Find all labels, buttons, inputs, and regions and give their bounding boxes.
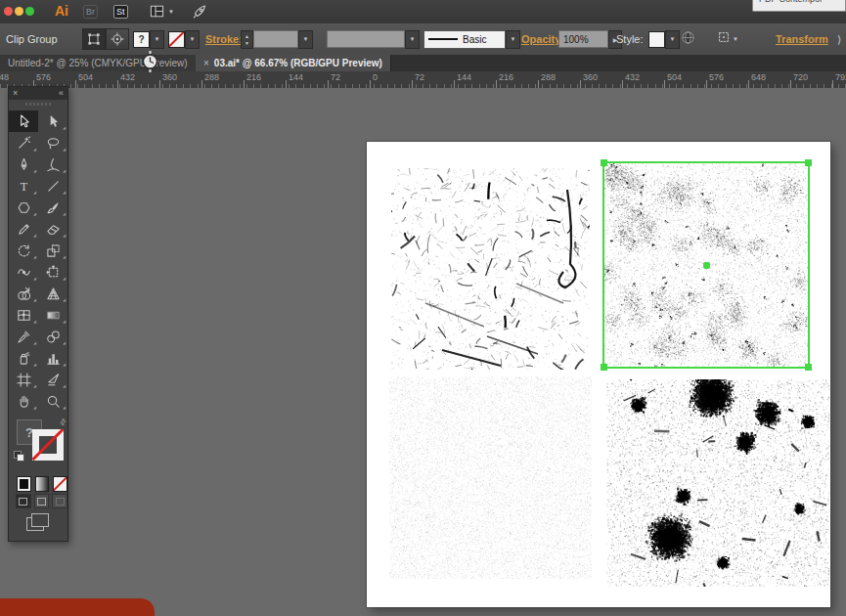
tool-mesh[interactable]: ◢ — [9, 304, 38, 326]
tool-symbol-sprayer[interactable]: ◢ — [9, 347, 38, 369]
transform-panel-link[interactable]: Transform — [776, 33, 828, 45]
bridge-button[interactable]: Br — [83, 5, 98, 19]
variable-width-profile-dropdown-arrow[interactable]: ▼ — [405, 30, 420, 49]
close-window-button[interactable] — [4, 7, 13, 16]
draw-normal-button[interactable] — [16, 494, 31, 508]
tool-free-transform[interactable]: ◢ — [38, 261, 67, 283]
variable-width-profile-field[interactable] — [327, 30, 405, 48]
tool-blend[interactable]: ◢ — [38, 326, 67, 347]
ruler-label: 360 — [162, 72, 177, 82]
stroke-weight-dropdown-arrow[interactable]: ▼ — [298, 30, 313, 49]
panel-options-cropped-icon[interactable]: ⟩ — [837, 33, 841, 46]
texture-ink-scratches[interactable] — [391, 168, 590, 370]
gradient-button[interactable] — [35, 476, 50, 492]
brush-definition-dropdown[interactable]: Basic — [423, 30, 506, 49]
edit-clipping-path-button[interactable] — [82, 28, 106, 50]
tool-scale[interactable]: ◢ — [38, 240, 67, 261]
tool-hand[interactable]: ◢ — [9, 390, 38, 412]
illustrator-window: Ai Br St ▼ PDF Contempor Clip Group ? ▼ … — [0, 0, 846, 616]
fill-color-dropdown-arrow[interactable]: ▼ — [150, 30, 164, 49]
stroke-color-swatch[interactable] — [168, 31, 185, 48]
workspace-switcher-label: PDF Contempor — [753, 0, 845, 4]
tool-grid: ◢◢◢◢◢T◢◢◢◢◢◢◢◢◢◢◢◢◢◢◢◢◢◢◢◢◢◢ — [9, 110, 67, 412]
opacity-input[interactable]: 100% — [558, 30, 608, 48]
ruler-label: 576 — [709, 72, 724, 82]
texture-soft-grain[interactable] — [389, 376, 592, 579]
tab-03-ai[interactable]: × 03.ai* @ 66.67% (RGB/GPU Preview) — [196, 55, 391, 71]
tab-title: 03.ai* @ 66.67% (RGB/GPU Preview) — [214, 58, 382, 68]
menu-bar: Ai Br St ▼ PDF Contempor — [0, 0, 846, 24]
tool-magic-wand[interactable]: ◢ — [9, 132, 38, 154]
minimize-window-button[interactable] — [15, 7, 23, 16]
fill-color-swatch[interactable]: ? — [133, 31, 150, 48]
tool-zoom[interactable]: ◢ — [38, 390, 67, 412]
edit-contents-button[interactable] — [106, 28, 129, 50]
collapse-panel-icon[interactable]: « — [59, 89, 64, 98]
tool-selection[interactable] — [9, 110, 38, 132]
tool-shape-builder[interactable]: ◢ — [9, 283, 38, 304]
ruler-label: 648 — [751, 72, 766, 82]
tool-slice[interactable]: ◢ — [38, 369, 67, 390]
close-tab-icon[interactable]: × — [203, 58, 209, 68]
close-panel-icon[interactable]: × — [13, 89, 18, 98]
stock-button[interactable]: St — [113, 5, 128, 19]
tool-curvature[interactable]: ◢ — [38, 154, 67, 175]
graphic-style-swatch[interactable] — [648, 31, 665, 48]
texture-heavy-splatter[interactable] — [606, 379, 829, 587]
tool-pen[interactable]: ◢ — [9, 154, 38, 175]
none-button[interactable] — [53, 476, 67, 492]
tool-type[interactable]: T◢ — [9, 175, 38, 197]
panel-drag-grip[interactable] — [25, 103, 51, 106]
artboard[interactable] — [367, 142, 830, 607]
tool-column-graph[interactable]: ◢ — [38, 347, 67, 369]
horizontal-ruler[interactable]: 6485765044323602882161447207214421628836… — [0, 71, 846, 89]
tool-shaper[interactable]: ◢ — [9, 218, 38, 240]
control-bar: Clip Group ? ▼ ▼ Stroke: ▲▼ ▼ ▼ Basic — [0, 23, 846, 56]
tool-eyedropper[interactable]: ◢ — [9, 326, 38, 347]
default-fill-stroke-icon[interactable] — [14, 451, 23, 461]
gpu-performance-rocket-icon[interactable] — [192, 4, 207, 23]
workspace-switcher-cropped[interactable]: PDF Contempor — [752, 0, 846, 12]
zoom-window-button[interactable] — [25, 7, 34, 16]
tab-untitled-2[interactable]: Untitled-2* @ 25% (CMYK/GPU Preview) — [0, 55, 197, 71]
tool-eraser[interactable]: ◢ — [38, 218, 67, 240]
texture-fine-speckle[interactable] — [604, 163, 808, 367]
document-canvas[interactable] — [0, 88, 846, 616]
draw-inside-button[interactable] — [52, 494, 67, 508]
ruler-label: 144 — [457, 72, 471, 82]
tool-artboard[interactable]: ◢ — [9, 369, 38, 390]
arrange-documents-icon[interactable] — [150, 4, 164, 22]
ruler-label: 432 — [120, 72, 135, 82]
stroke-weight-field[interactable] — [253, 30, 298, 48]
stroke-color-dropdown-arrow[interactable]: ▼ — [185, 30, 200, 49]
fill-stroke-indicator: ? ⇄ — [9, 418, 67, 476]
document-setup-globe-icon[interactable] — [681, 30, 695, 49]
draw-behind-button[interactable] — [34, 494, 50, 508]
change-screen-mode-button[interactable] — [26, 513, 50, 533]
tool-gradient[interactable]: ◢ — [38, 304, 67, 326]
stroke-weight-stepper[interactable]: ▲▼ — [241, 30, 253, 49]
svg-text:T: T — [20, 179, 27, 193]
tool-width[interactable]: ◢ — [9, 261, 38, 283]
tool-perspective-grid[interactable]: ◢ — [38, 283, 67, 304]
none-slash — [32, 429, 64, 461]
tool-line-segment[interactable]: ◢ — [38, 175, 67, 197]
tool-paintbrush[interactable]: ◢ — [38, 197, 67, 218]
stroke-panel-link[interactable]: Stroke: — [205, 33, 243, 45]
chevron-down-icon[interactable]: ▼ — [168, 9, 174, 15]
color-button[interactable] — [17, 476, 31, 492]
stroke-indicator-none[interactable] — [32, 429, 64, 461]
tool-rotate[interactable]: ◢ — [9, 240, 38, 261]
tool-lasso[interactable]: ◢ — [38, 132, 67, 154]
ruler-label: 144 — [289, 72, 303, 82]
tool-direct-selection[interactable]: ◢ — [38, 110, 67, 132]
swap-fill-stroke-icon[interactable]: ⇄ — [58, 417, 68, 427]
graphic-style-dropdown-arrow[interactable]: ▼ — [665, 30, 680, 49]
clock-cursor-icon — [141, 51, 159, 76]
tools-panel-header[interactable]: × « — [9, 87, 67, 100]
brush-stroke-preview — [428, 38, 458, 40]
brush-definition-dropdown-arrow[interactable]: ▼ — [506, 30, 520, 49]
tool-shape[interactable]: ◢ — [9, 197, 38, 218]
chevron-down-icon[interactable]: ▼ — [733, 36, 738, 42]
align-options-icon[interactable] — [717, 30, 731, 48]
